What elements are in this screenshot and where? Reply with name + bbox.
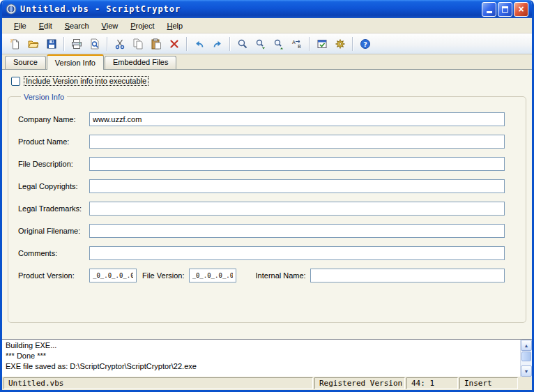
menu-item-edit[interactable]: Edit — [33, 20, 59, 32]
maximize-icon — [502, 6, 508, 13]
help-icon: ? — [360, 38, 371, 50]
internal-name-label: Internal Name: — [256, 271, 306, 280]
menu-item-project[interactable]: Project — [124, 20, 160, 32]
legal-copyrights-row: Legal Copyrights: — [18, 179, 505, 193]
log-line: EXE file saved as: D:\ScriptCryptor\Scri… — [6, 361, 517, 372]
find-next-icon — [255, 38, 266, 50]
statusbar: Untitled.vbs Registered Version 44: 1 In… — [2, 377, 532, 390]
build-exe-icon — [316, 38, 328, 50]
maximize-button[interactable] — [498, 2, 512, 17]
product-version-input[interactable] — [89, 269, 137, 282]
window-controls: × — [482, 2, 528, 17]
copy-icon — [132, 38, 144, 50]
find-icon — [237, 38, 248, 50]
toolbar-separator — [309, 37, 310, 51]
legal-trademarks-label: Legal Trademarks: — [18, 204, 89, 213]
new-button[interactable] — [6, 36, 24, 52]
product-name-label: Product Name: — [18, 137, 89, 146]
status-registration: Registered Version — [314, 377, 405, 389]
close-button[interactable]: × — [514, 2, 528, 17]
print-preview-button[interactable] — [86, 36, 103, 52]
original-filename-input[interactable] — [89, 224, 505, 238]
product-name-input[interactable] — [89, 135, 505, 149]
menubar: File Edit Search View Project Help — [2, 18, 532, 33]
menu-item-file[interactable]: File — [8, 20, 33, 32]
file-description-input[interactable] — [89, 157, 505, 171]
find-previous-button[interactable] — [270, 36, 287, 52]
find-button[interactable] — [234, 36, 251, 52]
product-name-row: Product Name: — [18, 135, 505, 149]
svg-text:B: B — [298, 44, 301, 50]
menu-item-search[interactable]: Search — [59, 20, 96, 32]
build-options-icon — [335, 38, 346, 50]
log-line: *** Done *** — [6, 351, 517, 361]
window-title: Untitled.vbs - ScriptCryptor — [20, 4, 478, 14]
menu-item-view[interactable]: View — [96, 20, 125, 32]
open-button[interactable] — [24, 36, 42, 52]
close-icon: × — [518, 4, 524, 14]
legal-trademarks-row: Legal Trademarks: — [18, 202, 505, 216]
scroll-up-button[interactable]: ▲ — [521, 340, 532, 351]
log-line: Building EXE... — [6, 340, 517, 351]
build-exe-button[interactable] — [313, 36, 330, 52]
toolbar-separator — [352, 37, 353, 51]
help-button[interactable]: ? — [356, 36, 374, 52]
toolbar-separator — [63, 37, 64, 51]
print-button[interactable] — [68, 36, 85, 52]
cut-button[interactable] — [111, 36, 128, 52]
undo-button[interactable] — [190, 36, 208, 52]
version-info-groupbox: Version Info Company Name: Product Name:… — [8, 93, 526, 323]
file-description-label: File Description: — [18, 160, 89, 168]
tabstrip: Source Version Info Embedded Files — [2, 54, 532, 70]
scroll-up-icon: ▲ — [524, 343, 529, 348]
minimize-button[interactable] — [482, 2, 496, 17]
version-info-page: Include Version info into executable Ver… — [2, 70, 532, 339]
undo-icon — [194, 38, 205, 50]
legal-trademarks-input[interactable] — [89, 202, 505, 216]
titlebar: Untitled.vbs - ScriptCryptor × — [2, 0, 532, 18]
comments-input[interactable] — [89, 246, 505, 260]
company-name-input[interactable] — [89, 112, 505, 126]
legal-copyrights-input[interactable] — [89, 179, 505, 193]
replace-icon: A B — [291, 38, 303, 50]
company-name-label: Company Name: — [18, 115, 89, 123]
replace-button[interactable]: A B — [288, 36, 305, 52]
delete-button[interactable] — [165, 36, 183, 52]
original-filename-row: Original Filename: — [18, 224, 505, 238]
svg-text:A: A — [292, 40, 296, 45]
scroll-thumb[interactable] — [521, 352, 531, 361]
menu-item-help[interactable]: Help — [161, 20, 190, 32]
build-options-button[interactable] — [331, 36, 349, 52]
tab-embedded-files[interactable]: Embedded Files — [105, 56, 177, 69]
version-info-group-title: Version Info — [21, 93, 67, 101]
tab-source[interactable]: Source — [5, 56, 46, 69]
legal-copyrights-label: Legal Copyrights: — [18, 182, 89, 190]
log-scrollbar[interactable]: ▲ ▼ — [520, 340, 532, 377]
print-preview-icon — [89, 38, 100, 50]
file-version-input[interactable] — [189, 269, 236, 282]
save-button[interactable] — [43, 36, 60, 52]
copy-button[interactable] — [129, 36, 146, 52]
redo-button[interactable] — [208, 36, 226, 52]
include-version-checkbox[interactable] — [11, 77, 20, 86]
app-window: Untitled.vbs - ScriptCryptor × File Edit… — [0, 0, 534, 392]
status-filename: Untitled.vbs — [3, 377, 313, 389]
cut-icon — [114, 38, 125, 50]
status-insert-mode: Insert — [459, 377, 518, 389]
tab-version-info[interactable]: Version Info — [47, 54, 104, 70]
find-next-button[interactable] — [252, 36, 269, 52]
product-version-label: Product Version: — [18, 271, 89, 280]
resize-grip[interactable] — [519, 377, 531, 389]
internal-name-input[interactable] — [310, 269, 505, 282]
print-icon — [71, 38, 82, 50]
toolbar: A B ? — [2, 33, 532, 54]
file-description-row: File Description: — [18, 157, 505, 171]
paste-button[interactable] — [147, 36, 165, 52]
include-version-label[interactable]: Include Version info into executable — [24, 76, 148, 86]
find-previous-icon — [273, 38, 284, 50]
build-log-lines: Building EXE... *** Done *** EXE file sa… — [2, 340, 520, 377]
build-log[interactable]: Building EXE... *** Done *** EXE file sa… — [2, 339, 532, 377]
paste-icon — [151, 38, 162, 50]
scroll-down-button[interactable]: ▼ — [521, 365, 532, 377]
app-icon[interactable] — [6, 3, 17, 15]
